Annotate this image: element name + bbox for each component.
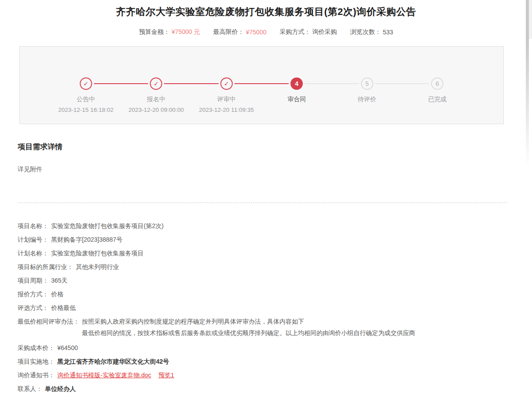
scrollbar-thumb[interactable] (526, 0, 529, 167)
detail-row-contact-person: 联系人： 单位经办人 (18, 384, 514, 393)
check-icon: ✓ (150, 77, 162, 90)
step-number: 4 (290, 77, 303, 90)
step-number: 6 (431, 77, 443, 90)
scrollbar-track-top (529, 0, 532, 39)
check-icon: ✓ (80, 77, 92, 90)
tiebreak-line-2: 最低价相同的情况，按技术指标或售后服务条款或业绩优劣顺序排列确定。以上均相同的由… (82, 329, 415, 336)
step-registration: ✓ 报名中 2023-12-20 09:00:00 (121, 47, 192, 124)
step-review: ✓ 评审中 2023-12-20 11:09:35 (191, 47, 262, 124)
step-number: 5 (361, 77, 373, 90)
max-price-value: ¥75000 (246, 29, 267, 36)
step-pending-evaluation: 5 待评价 (332, 47, 402, 124)
detail-row-selection-method: 评选方式： 价格最低 (18, 303, 514, 312)
detail-row-plan-number: 计划编号： 黑财购备字[2023]38887号 (18, 235, 514, 244)
notice-doc-link[interactable]: 询价通知书模版-实验室废弃物.doc (57, 371, 151, 380)
step-contract-review: 4 审合同 (262, 47, 332, 124)
tiebreak-line-1: 按照采购人政府采购内控制度规定的程序确定并列明具体评审办法，具体内容如下 (82, 318, 304, 325)
dashed-divider (18, 203, 507, 203)
purchase-method: 采购方式： 询价采购 (279, 28, 337, 36)
meta-bar: 预算金额： ¥75000 元 最高限价： ¥75000 采购方式： 询价采购 浏… (0, 28, 532, 36)
detail-row-industry: 项目标的所属行业： 其他未列明行业 (18, 262, 514, 271)
detail-row-project-period: 项目周期： 365天 (18, 276, 514, 285)
budget-value: ¥75000 元 (171, 28, 200, 36)
detail-row-inquiry-notice: 询价通知书： 询价通知书模版-实验室废弃物.doc 预览1 (18, 371, 514, 380)
preview-link[interactable]: 预览1 (158, 371, 174, 380)
detail-row-quote-method: 报价方式： 价格 (18, 290, 514, 298)
check-icon: ✓ (220, 77, 233, 90)
step-completed: 6 已完成 (402, 47, 473, 124)
detail-row-implementation-site: 项目实施地： 黑龙江省齐齐哈尔市建华区文化大街42号 (18, 357, 514, 366)
page-title: 齐齐哈尔大学实验室危险废物打包收集服务项目(第2次)询价采购公告 (0, 0, 532, 18)
view-count: 浏览次数： 533 (350, 28, 393, 36)
detail-list: 项目名称： 实验室危险废物打包收集服务项目(第2次) 计划编号： 黑财购备字[2… (18, 221, 514, 398)
announcement-page: 齐齐哈尔大学实验室危险废物打包收集服务项目(第2次)询价采购公告 预算金额： ¥… (0, 0, 532, 398)
detail-row-tiebreak-method: 最低价相同评审办法： 按照采购人政府采购内控制度规定的程序确定并列明具体评审办法… (18, 317, 514, 339)
budget-amount: 预算金额： ¥75000 元 (139, 28, 200, 36)
purchase-method-value: 询价采购 (312, 28, 337, 36)
detail-row-project-name: 项目名称： 实验室危险废物打包收集服务项目(第2次) (18, 221, 514, 230)
detail-row-cost-price: 采购成本价： ¥64500 (18, 343, 514, 352)
max-price: 最高限价： ¥75000 (213, 28, 267, 36)
step-announcing: ✓ 公告中 2023-12-15 16:18:02 (51, 47, 121, 124)
section-heading: 项目需求详情 (18, 142, 532, 152)
view-count-value: 533 (383, 29, 393, 36)
section-note: 详见附件 (18, 166, 532, 173)
progress-stepper: ✓ 公告中 2023-12-15 16:18:02 ✓ 报名中 2023-12-… (19, 46, 504, 124)
scrollbar-track (526, 0, 532, 398)
detail-row-plan-name: 计划名称： 实验室危险废物打包收集服务项目 (18, 249, 514, 258)
